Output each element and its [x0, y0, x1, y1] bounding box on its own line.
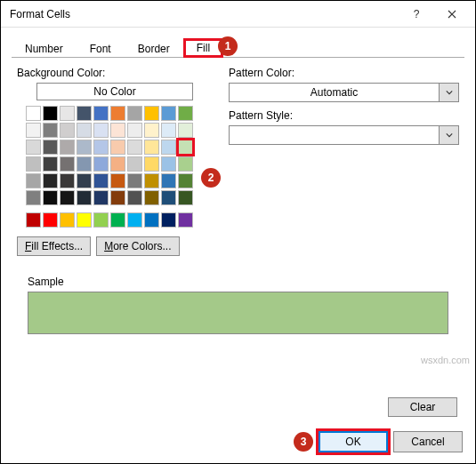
color-swatch[interactable] [93, 212, 109, 228]
theme-color-grid [26, 106, 213, 205]
fill-effects-button[interactable]: FFill Effects...ill Effects... [17, 236, 91, 256]
background-color-label: Background Color: [17, 67, 213, 79]
color-swatch[interactable] [60, 190, 75, 205]
format-cells-dialog: Format Cells ? Number Font Border Fill 1… [0, 0, 476, 464]
color-swatch[interactable] [144, 156, 159, 172]
color-swatch[interactable] [60, 156, 75, 172]
color-swatch[interactable] [43, 123, 58, 138]
color-swatch[interactable] [127, 173, 142, 188]
color-swatch[interactable] [161, 140, 176, 155]
color-swatch[interactable] [127, 212, 142, 228]
color-swatch[interactable] [144, 173, 159, 188]
color-swatch[interactable] [161, 106, 176, 121]
color-swatch[interactable] [161, 123, 176, 138]
color-swatch[interactable] [144, 212, 159, 228]
color-swatch[interactable] [161, 190, 176, 205]
color-swatch[interactable] [43, 173, 58, 188]
chevron-down-icon[interactable] [440, 125, 459, 145]
color-swatch[interactable] [77, 212, 92, 228]
pattern-style-label: Pattern Style: [229, 109, 459, 122]
color-swatch[interactable] [178, 156, 193, 172]
color-swatch[interactable] [178, 190, 193, 205]
color-swatch[interactable] [110, 156, 125, 172]
color-swatch[interactable] [43, 212, 58, 228]
cancel-button[interactable]: Cancel [393, 431, 463, 452]
more-colors-button[interactable]: MMore Colors...ore Colors... [96, 236, 179, 256]
color-swatch[interactable] [77, 190, 92, 205]
color-swatch[interactable] [110, 123, 125, 138]
color-swatch[interactable] [127, 106, 142, 121]
color-swatch[interactable] [77, 106, 92, 121]
color-swatch[interactable] [26, 190, 41, 205]
close-button[interactable] [434, 2, 470, 27]
color-swatch[interactable] [178, 173, 193, 188]
callout-1: 1 [218, 36, 238, 56]
chevron-down-icon[interactable] [440, 83, 459, 102]
color-swatch[interactable] [93, 190, 109, 205]
color-swatch[interactable] [26, 106, 41, 121]
color-swatch[interactable] [60, 173, 75, 188]
color-swatch[interactable] [144, 190, 159, 205]
sample-label: Sample [28, 276, 448, 288]
color-swatch[interactable] [110, 212, 125, 228]
ok-button[interactable]: OK [319, 431, 388, 452]
color-swatch[interactable] [60, 106, 75, 121]
color-swatch[interactable] [161, 173, 176, 188]
color-swatch[interactable] [161, 212, 176, 228]
color-swatch[interactable] [93, 106, 109, 121]
sample-preview [28, 292, 448, 334]
color-swatch[interactable] [93, 156, 109, 172]
color-swatch[interactable] [93, 123, 109, 138]
color-swatch[interactable] [77, 173, 92, 188]
color-swatch[interactable] [144, 106, 159, 121]
pattern-color-combo[interactable]: Automatic [229, 83, 459, 102]
tab-font[interactable]: Font [77, 39, 125, 58]
color-swatch[interactable] [110, 140, 125, 155]
color-swatch[interactable] [127, 123, 142, 138]
color-swatch[interactable] [178, 106, 193, 121]
color-swatch[interactable] [178, 123, 193, 138]
color-swatch[interactable] [26, 123, 41, 138]
help-button[interactable]: ? [399, 2, 434, 27]
color-swatch[interactable] [77, 156, 92, 172]
color-swatch[interactable] [60, 140, 75, 155]
color-swatch[interactable] [43, 106, 58, 121]
color-swatch[interactable] [43, 190, 58, 205]
color-swatch[interactable] [110, 106, 125, 121]
color-swatch[interactable] [26, 140, 41, 155]
color-swatch[interactable] [110, 173, 125, 188]
color-swatch[interactable] [127, 156, 142, 172]
tab-bar: Number Font Border Fill 1 [12, 35, 464, 58]
no-color-button[interactable]: No Color [36, 83, 193, 100]
color-swatch[interactable] [60, 212, 75, 228]
color-swatch[interactable] [77, 140, 92, 155]
color-swatch[interactable] [43, 140, 58, 155]
callout-3: 3 [294, 432, 313, 452]
color-swatch[interactable] [26, 212, 41, 228]
color-swatch[interactable] [26, 156, 41, 172]
color-swatch[interactable] [161, 156, 176, 172]
close-icon [448, 10, 456, 19]
watermark: wsxdn.com [421, 355, 470, 365]
color-swatch[interactable] [60, 123, 75, 138]
color-swatch[interactable] [178, 140, 193, 155]
color-swatch[interactable] [93, 173, 109, 188]
callout-2: 2 [201, 168, 221, 188]
tab-number[interactable]: Number [12, 39, 77, 58]
color-swatch[interactable] [110, 190, 125, 205]
pattern-color-label: Pattern Color: [229, 67, 459, 79]
pattern-style-combo[interactable] [229, 125, 459, 145]
tab-border[interactable]: Border [125, 39, 183, 58]
color-swatch[interactable] [26, 173, 41, 188]
pattern-style-value [229, 125, 440, 145]
color-swatch[interactable] [127, 140, 142, 155]
color-swatch[interactable] [43, 156, 58, 172]
color-swatch[interactable] [178, 212, 193, 228]
color-swatch[interactable] [144, 140, 159, 155]
color-swatch[interactable] [127, 190, 142, 205]
color-swatch[interactable] [144, 123, 159, 138]
color-swatch[interactable] [77, 123, 92, 138]
titlebar: Format Cells ? [1, 1, 475, 28]
clear-button[interactable]: Clear [388, 397, 457, 417]
color-swatch[interactable] [93, 140, 109, 155]
